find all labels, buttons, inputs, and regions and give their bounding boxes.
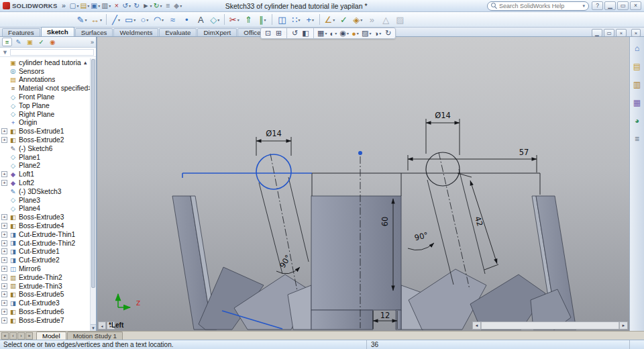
tree-item-cut-extrude3[interactable]: +◨Cut-Extrude3 [0, 299, 96, 307]
appearances-scenes-icon[interactable]: ◕ [631, 115, 643, 126]
tree-scroll-down-icon[interactable]: ▼ [91, 324, 96, 331]
view-orientation-icon[interactable]: ▦▾ [317, 28, 327, 38]
doc-tab-model[interactable]: Model [36, 332, 66, 340]
tree-item-mirror6[interactable]: +◫Mirror6 [0, 264, 96, 273]
scrollbar-thumb[interactable] [481, 322, 619, 329]
expand-plus-icon[interactable]: + [1, 300, 7, 306]
expand-plus-icon[interactable]: + [1, 283, 7, 289]
expand-plus-icon[interactable]: + [1, 180, 7, 186]
center-cylinder-left-leg[interactable] [311, 310, 373, 330]
open-document-icon[interactable]: ▤▾ [79, 1, 90, 11]
doc-nav-button-1[interactable]: ‹ [9, 332, 17, 340]
center-cylinder[interactable] [311, 196, 401, 310]
linear-sketch-pattern-icon[interactable]: ∷▾ [289, 13, 303, 26]
tab-dimxpert[interactable]: DimXpert [197, 28, 237, 36]
rectangle-icon[interactable]: ▭▾ [123, 13, 137, 26]
dimxpertmanager-tab-icon[interactable]: ✓ [36, 38, 46, 46]
new-document-icon[interactable]: ▢▾ [68, 1, 79, 11]
tree-item-plane2[interactable]: ◇Plane2 [0, 162, 96, 170]
doc-tab-motion-study-1[interactable]: Motion Study 1 [67, 332, 123, 340]
doc-close-icon[interactable]: × [616, 29, 627, 37]
tree-item-cut-extrude1[interactable]: +◨Cut-Extrude1 [0, 248, 96, 256]
sketch-point[interactable] [358, 151, 362, 155]
tree-item-sketch6[interactable]: ✎(-) Sketch6 [0, 144, 96, 153]
expand-plus-icon[interactable]: + [1, 257, 7, 263]
graphics-viewport[interactable]: Ø14 Ø14 57 60 42 90° [97, 37, 629, 331]
expand-plus-icon[interactable]: + [1, 137, 7, 143]
featuremanager-tab-icon[interactable]: ≡ [2, 38, 12, 46]
solidworks-resources-icon[interactable]: ⌂ [631, 42, 643, 54]
viewport-horizontal-scrollbar[interactable]: ◄ ► [472, 321, 628, 330]
scroll-right-icon[interactable]: ► [619, 322, 627, 329]
scroll-left-icon[interactable]: ◄ [473, 322, 481, 329]
convert-entities-icon[interactable]: ⇑ [241, 13, 255, 26]
doc-nav-button-0[interactable]: « [1, 332, 9, 340]
offset-entities-icon[interactable]: ∥▾ [256, 13, 269, 26]
maximize-icon[interactable]: ▭ [617, 1, 629, 10]
trim-entities-icon[interactable]: ✂▾ [227, 13, 241, 26]
tree-item-boss-extrude2[interactable]: +◧Boss-Extrude2 [0, 136, 96, 144]
tree-item-material-not-specified[interactable]: ≡Material <not specified> [0, 84, 96, 93]
expand-plus-icon[interactable]: + [1, 240, 7, 246]
doc-nav-button-3[interactable]: » [25, 332, 33, 340]
circle-icon[interactable]: ○▾ [138, 13, 151, 26]
expand-plus-icon[interactable]: + [1, 232, 7, 238]
tree-item-origin[interactable]: +Origin [0, 119, 96, 128]
tree-item-annotations[interactable]: ▤Annotations [0, 76, 96, 85]
expand-plus-icon[interactable]: + [1, 317, 7, 323]
dim-top-width[interactable]: 57 [519, 148, 529, 157]
tree-item-cylinder-head-tutorial-ile-yapilan[interactable]: ▣cylinder head tutorial ile yapilan▲ [0, 58, 96, 67]
tree-item-boss-extrude5[interactable]: +◧Boss-Extrude5 [0, 291, 96, 299]
tree-item-loft1[interactable]: +◆Loft1 [0, 170, 96, 179]
shaded-sketch-contours-icon[interactable]: ▨ [393, 13, 407, 26]
tab-evaluate[interactable]: Evaluate [159, 28, 197, 36]
redo-icon[interactable]: ↻ [131, 1, 142, 11]
custom-properties-icon[interactable]: ≡ [631, 133, 643, 144]
tree-item-plane1[interactable]: ◇Plane1 [0, 153, 96, 162]
expand-plus-icon[interactable]: + [1, 171, 7, 177]
tree-item-sensors[interactable]: ◎Sensors [0, 67, 96, 76]
file-properties-icon[interactable]: ≡ [163, 1, 173, 11]
help-search-box[interactable]: ▾ [487, 1, 589, 11]
view-settings-icon[interactable]: ◑▾ [372, 28, 382, 38]
dim-cylinder-height[interactable]: 60 [380, 217, 390, 227]
tree-scrollbar-thumb[interactable] [91, 59, 95, 288]
smart-dimension-icon[interactable]: ↔▾ [89, 13, 103, 26]
section-view-icon[interactable]: ◧ [301, 28, 311, 38]
move-entities-icon[interactable]: +▾ [303, 13, 317, 26]
doc-restore-icon[interactable]: ▭ [604, 29, 614, 37]
tree-item-cut-extrude-thin2[interactable]: +◨Cut-Extrude-Thin2 [0, 239, 96, 248]
zoom-fit-icon[interactable]: ⊡ [263, 28, 273, 38]
panel-chevron-icon[interactable]: » [91, 39, 94, 46]
doc-nav-button-2[interactable]: › [17, 332, 25, 340]
tree-item-boss-extrude7[interactable]: +◧Boss-Extrude7 [0, 316, 96, 325]
design-library-icon[interactable]: ▤ [631, 60, 643, 72]
tree-item-boss-extrude4[interactable]: +◧Boss-Extrude4 [0, 221, 96, 230]
print-document-icon[interactable]: ▥▾ [101, 1, 111, 11]
dim-right-circle-diameter[interactable]: Ø14 [435, 111, 451, 120]
apply-scene-icon[interactable]: ▨▾ [361, 28, 372, 38]
tree-item-boss-extrude6[interactable]: +◧Boss-Extrude6 [0, 307, 96, 316]
close-pane-button[interactable]: × [631, 29, 641, 37]
zoom-area-icon[interactable]: ⊞ [274, 28, 284, 38]
tree-item-extrude-thin2[interactable]: +▥Extrude-Thin2 [0, 273, 96, 282]
display-delete-relations-icon[interactable]: ∠▾ [323, 13, 336, 26]
previous-view-icon[interactable]: ↺ [290, 28, 300, 38]
tab-surfaces[interactable]: Surfaces [75, 28, 113, 36]
tree-item-plane4[interactable]: ◇Plane4 [0, 205, 96, 213]
menu-expand-icon[interactable]: » [58, 1, 68, 11]
repair-sketch-icon[interactable]: ✓ [337, 13, 350, 26]
propertymanager-tab-icon[interactable]: ✎ [13, 38, 23, 46]
reference-plane-icon[interactable]: ◇▾ [208, 13, 221, 26]
tree-item-boss-extrude1[interactable]: +◧Boss-Extrude1 [0, 127, 96, 136]
tree-item-plane3[interactable]: ◇Plane3 [0, 196, 96, 205]
expand-plus-icon[interactable]: + [1, 291, 7, 297]
tree-item-cut-extrude-thin1[interactable]: +◨Cut-Extrude-Thin1 [0, 230, 96, 239]
delete-icon[interactable]: × [111, 1, 121, 11]
point-icon[interactable]: • [180, 13, 193, 26]
quick-snaps-icon[interactable]: ◈▾ [351, 13, 364, 26]
expand-plus-icon[interactable]: + [1, 309, 7, 315]
undo-icon[interactable]: ↺▾ [121, 1, 131, 11]
displaymanager-tab-icon[interactable]: ◉ [48, 38, 58, 46]
arc-icon[interactable]: ◠▾ [152, 13, 165, 26]
